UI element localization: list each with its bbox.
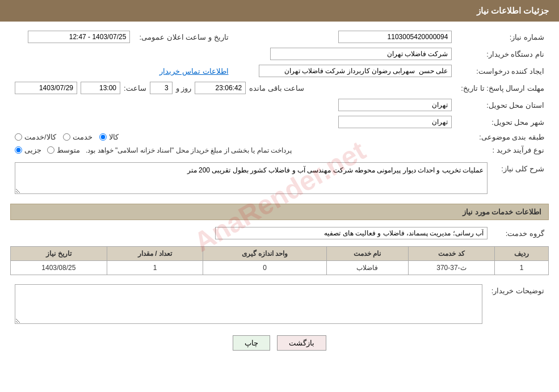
contact-info-link[interactable]: اطلاعات تماس خریدار xyxy=(159,67,228,75)
deadline-label: مهلت ارسال پاسخ: تا تاریخ: xyxy=(456,79,549,96)
process-motevaset-radio[interactable] xyxy=(47,146,54,154)
buyer-org-label: نام دستگاه خریدار: xyxy=(456,45,549,62)
category-kala-radio[interactable] xyxy=(99,133,107,141)
need-desc-table: شرح کلی نیاز: xyxy=(10,160,549,198)
row-creator: ایجاد کننده درخواست: اطلاعات تماس خریدار xyxy=(10,62,549,79)
category-kala-khedmat-radio[interactable] xyxy=(15,133,22,141)
main-info-table: شماره نیاز: تاریخ و ساعت اعلان عمومی: نا… xyxy=(10,28,549,157)
service-table: ردیف کد خدمت نام خدمت واحد اندازه گیری ت… xyxy=(10,246,549,275)
col-unit: واحد اندازه گیری xyxy=(203,247,326,261)
col-need-date: تاریخ نیاز xyxy=(11,247,107,261)
creator-value-cell xyxy=(233,62,457,79)
process-label: نوع فرآیند خرید : xyxy=(456,144,549,157)
announce-date-input[interactable] xyxy=(28,31,130,43)
category-radio-group: کالا/خدمت خدمت کالا xyxy=(15,133,452,141)
buyer-org-input[interactable] xyxy=(270,48,452,60)
city-label: شهر محل تحویل: xyxy=(456,113,549,130)
deadline-days-label: روز و xyxy=(176,84,192,92)
buyer-desc-label: توضیحات خریدار: xyxy=(487,282,549,326)
cell-need-date: 1403/08/25 xyxy=(11,261,107,275)
deadline-days-input[interactable] xyxy=(150,82,173,94)
row-need-number: شماره نیاز: تاریخ و ساعت اعلان عمومی: xyxy=(10,28,549,45)
category-khedmat-radio[interactable] xyxy=(63,133,70,141)
deadline-remaining-label: ساعت باقی مانده xyxy=(249,84,304,92)
city-input[interactable] xyxy=(338,116,452,128)
row-buyer-org: نام دستگاه خریدار: xyxy=(10,45,549,62)
deadline-time-label: ساعت: xyxy=(124,84,146,92)
announce-date-label: تاریخ و ساعت اعلان عمومی: xyxy=(135,28,233,45)
row-service-group: گروه خدمت: xyxy=(10,225,549,242)
category-label: طبقه بندی موضوعی: xyxy=(456,130,549,144)
category-khedmat-option[interactable]: خدمت xyxy=(63,133,93,141)
creator-label: ایجاد کننده درخواست: xyxy=(456,62,549,79)
category-kala-khedmat-label: کالا/خدمت xyxy=(24,133,56,141)
print-button[interactable]: چاپ xyxy=(233,335,270,351)
row-city: شهر محل تحویل: xyxy=(10,113,549,130)
row-buyer-desc: توضیحات خریدار: xyxy=(10,282,549,326)
cell-quantity: 1 xyxy=(107,261,203,275)
services-section-header: اطلاعات خدمات مورد نیاز xyxy=(10,204,549,220)
row-process: نوع فرآیند خرید : پرداخت تمام یا بخشی از… xyxy=(10,144,549,157)
province-input[interactable] xyxy=(338,99,452,111)
row-deadline: مهلت ارسال پاسخ: تا تاریخ: ساعت باقی مان… xyxy=(10,79,549,96)
announce-date-value-cell xyxy=(10,28,135,45)
deadline-time-input[interactable] xyxy=(81,82,120,94)
creator-input[interactable] xyxy=(259,65,452,77)
service-table-header-row: ردیف کد خدمت نام خدمت واحد اندازه گیری ت… xyxy=(11,247,549,261)
process-motevaset-label: متوسط xyxy=(57,146,80,154)
cell-service-code: ث-37-370 xyxy=(408,261,495,275)
col-service-name: نام خدمت xyxy=(326,247,408,261)
service-group-input[interactable] xyxy=(215,227,487,239)
need-number-label: شماره نیاز: xyxy=(456,28,549,45)
back-button[interactable]: بازگشت xyxy=(277,335,326,351)
category-kala-khedmat-option[interactable]: کالا/خدمت xyxy=(15,133,56,141)
service-group-table: گروه خدمت: xyxy=(10,225,549,242)
process-row: پرداخت تمام یا بخشی از مبلغ خریداز محل "… xyxy=(15,146,452,154)
buyer-desc-table: توضیحات خریدار: xyxy=(10,282,549,326)
table-row: 1 ث-37-370 فاضلاب 0 1 1403/08/25 xyxy=(11,261,549,275)
page-title: جزئیات اطلاعات نیاز xyxy=(477,6,549,15)
cell-unit: 0 xyxy=(203,261,326,275)
process-jazei-radio[interactable] xyxy=(15,146,22,154)
process-jazei-label: جزیی xyxy=(24,146,41,154)
col-row-num: ردیف xyxy=(495,247,549,261)
cell-service-name: فاضلاب xyxy=(326,261,408,275)
col-quantity: تعداد / مقدار xyxy=(107,247,203,261)
need-desc-textarea[interactable] xyxy=(15,162,487,194)
cell-row-num: 1 xyxy=(495,261,549,275)
process-jazei-option[interactable]: جزیی xyxy=(15,146,41,154)
buttons-row: بازگشت چاپ xyxy=(10,335,549,351)
row-category: طبقه بندی موضوعی: کالا/خدمت خدمت کالا xyxy=(10,130,549,144)
deadline-remaining-input[interactable] xyxy=(195,82,246,94)
deadline-row: ساعت باقی مانده روز و ساعت: xyxy=(15,82,452,94)
service-table-head: ردیف کد خدمت نام خدمت واحد اندازه گیری ت… xyxy=(11,247,549,261)
row-province: استان محل تحویل: xyxy=(10,96,549,113)
buyer-org-value-cell xyxy=(10,45,456,62)
need-desc-label: شرح کلی نیاز: xyxy=(492,160,549,198)
page-container: AnaRender.net جزئیات اطلاعات نیاز شماره … xyxy=(0,0,559,392)
buyer-desc-textarea[interactable] xyxy=(15,284,482,324)
main-content: شماره نیاز: تاریخ و ساعت اعلان عمومی: نا… xyxy=(0,22,559,366)
service-table-body: 1 ث-37-370 فاضلاب 0 1 1403/08/25 xyxy=(11,261,549,275)
category-kala-label: کالا xyxy=(109,133,119,141)
province-label: استان محل تحویل: xyxy=(456,96,549,113)
process-motevaset-option[interactable]: متوسط xyxy=(47,146,80,154)
page-header: جزئیات اطلاعات نیاز xyxy=(0,0,559,22)
row-need-desc: شرح کلی نیاز: xyxy=(10,160,549,198)
deadline-date-input[interactable] xyxy=(15,82,77,94)
category-kala-option[interactable]: کالا xyxy=(99,133,119,141)
service-group-label: گروه خدمت: xyxy=(492,225,549,242)
process-notice: پرداخت تمام یا بخشی از مبلغ خریداز محل "… xyxy=(86,146,292,154)
col-service-code: کد خدمت xyxy=(408,247,495,261)
need-number-input[interactable] xyxy=(338,31,452,43)
need-number-value-cell xyxy=(256,28,457,45)
category-khedmat-label: خدمت xyxy=(73,133,93,141)
